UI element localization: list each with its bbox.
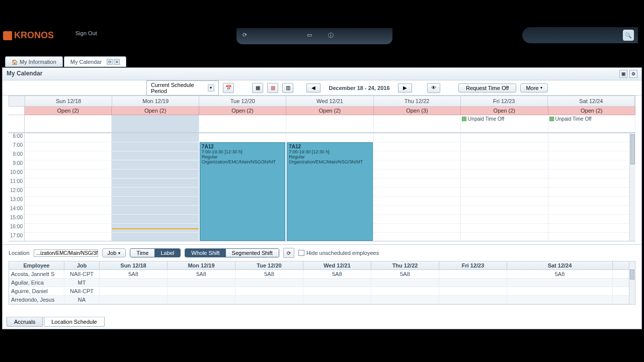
hide-unscheduled-label: Hide unscheduled employees xyxy=(306,250,379,256)
day-column[interactable] xyxy=(461,133,548,241)
job-filter-button[interactable]: Job ▾ xyxy=(102,248,126,257)
shift-org: Organization/EMC/Main/NSG/3N/MT xyxy=(289,159,370,164)
location-schedule-tab[interactable]: Location Schedule xyxy=(44,317,105,327)
employee-job: NAII-CPT xyxy=(64,270,100,278)
search-button[interactable]: 🔍 xyxy=(623,30,634,41)
nav-prev-button[interactable]: ◀ xyxy=(306,83,320,93)
schedule-cell xyxy=(168,279,235,287)
allday-cell[interactable]: →Unpaid Time Off xyxy=(548,115,635,133)
sign-out-link[interactable]: Sign Out xyxy=(75,30,97,36)
calendar-picker-button[interactable]: 📅 xyxy=(223,83,234,93)
open-shift-cell[interactable]: Open (3) xyxy=(374,107,461,115)
open-shift-cell[interactable]: Open (2) xyxy=(461,107,548,115)
location-dropdown[interactable]: ...ization/EMC/Main/NSG/3N ▾ xyxy=(34,249,98,257)
schedule-period-dropdown[interactable]: Current Schedule Period ▾ xyxy=(146,80,219,96)
table-row[interactable]: Acosta, Jannett SNAII-CPT5A85A85A85A85A8… xyxy=(9,270,635,279)
schedule-cell: 5A8 xyxy=(371,270,439,278)
refresh-schedule-button[interactable]: ⟳ xyxy=(283,248,294,258)
unpaid-time-off-event[interactable]: →Unpaid Time Off xyxy=(549,116,634,122)
allday-cell[interactable] xyxy=(112,115,199,133)
tab-my-information[interactable]: 🏠 My Information xyxy=(5,56,63,67)
column-header[interactable]: Sat 12/24 xyxy=(507,261,613,269)
open-shift-cell[interactable]: Open (2) xyxy=(548,107,635,115)
schedule-cell xyxy=(100,296,168,304)
day-column[interactable] xyxy=(374,133,461,241)
refresh-icon[interactable]: ⟳ xyxy=(243,32,252,41)
schedule-cell xyxy=(100,287,168,295)
employee-scrollbar[interactable] xyxy=(629,261,635,304)
visibility-toggle-button[interactable]: 👁 xyxy=(427,83,440,93)
time-label-toggle[interactable]: Time Label xyxy=(130,248,181,257)
allday-cell[interactable] xyxy=(286,115,373,133)
day-column[interactable]: 7A12 7:00-19:30 [12:30 h] Regular Organi… xyxy=(199,133,286,241)
column-header[interactable]: Job xyxy=(64,261,100,269)
more-menu-button[interactable]: More ▾ xyxy=(520,83,548,93)
shift-org: Organization/EMC/Main/NSG/3N/MT xyxy=(202,159,283,164)
scrollbar-thumb[interactable] xyxy=(630,269,634,280)
chevron-down-icon: ▾ xyxy=(208,84,214,92)
card-icon[interactable]: ▭ xyxy=(307,32,316,41)
tab-refresh-icon[interactable]: ⟳ xyxy=(107,59,113,65)
unpaid-time-off-event[interactable]: →Unpaid Time Off xyxy=(462,116,546,122)
maximize-icon[interactable]: ▣ xyxy=(619,70,627,78)
allday-cell[interactable] xyxy=(199,115,286,133)
allday-cell[interactable]: →Unpaid Time Off xyxy=(461,115,548,133)
table-row[interactable]: Aguirre, DanielNAII-CPT xyxy=(9,287,635,296)
shift-type: Regular xyxy=(202,154,283,159)
request-time-off-button[interactable]: Request Time Off xyxy=(458,83,516,93)
info-icon[interactable]: ⓘ xyxy=(328,32,337,41)
shift-block[interactable]: 7A12 7:00-19:30 [12:30 h] Regular Organi… xyxy=(200,142,285,241)
calendar-scrollbar[interactable] xyxy=(629,133,635,241)
schedule-cell xyxy=(439,287,507,295)
view-day-button[interactable]: ▦ xyxy=(252,83,263,93)
open-shift-cell[interactable]: Open (2) xyxy=(286,107,373,115)
tab-my-calendar[interactable]: My Calendar ⟳ ✕ xyxy=(64,56,126,67)
column-header[interactable]: Employee xyxy=(9,261,64,269)
time-toggle[interactable]: Time xyxy=(130,249,154,257)
whole-shift-toggle[interactable]: Whole Shift xyxy=(185,249,225,257)
schedule-cell: 5A8 xyxy=(168,270,235,278)
accruals-tab[interactable]: Accruals xyxy=(7,317,43,327)
open-shift-cell[interactable]: Open (2) xyxy=(199,107,286,115)
employee-job: MT xyxy=(64,279,100,287)
scrollbar-thumb[interactable] xyxy=(630,134,635,164)
shift-block[interactable]: 7A12 7:00-19:30 [12:30 h] Regular Organi… xyxy=(287,142,372,241)
day-column[interactable] xyxy=(112,133,199,241)
column-header[interactable]: Thu 12/22 xyxy=(371,261,439,269)
open-shift-cell[interactable]: Open (2) xyxy=(25,107,112,115)
tab-close-icon[interactable]: ✕ xyxy=(114,59,120,65)
shift-view-toggle[interactable]: Whole Shift Segmented Shift xyxy=(185,248,279,257)
shift-time: 7:00-19:30 [12:30 h] xyxy=(202,149,283,154)
table-row[interactable]: Aguilar, EricaMT xyxy=(9,279,635,287)
shift-code: 7A12 xyxy=(289,144,370,149)
day-column[interactable]: 7A12 7:00-19:30 [12:30 h] Regular Organi… xyxy=(286,133,373,241)
view-gantt-button[interactable]: ▩ xyxy=(267,83,278,93)
gear-icon[interactable]: ⚙ xyxy=(629,70,637,78)
segmented-shift-toggle[interactable]: Segmented Shift xyxy=(226,249,279,257)
hour-label: 13:00 xyxy=(9,197,24,206)
hide-unscheduled-checkbox[interactable]: Hide unscheduled employees xyxy=(298,250,379,256)
nav-next-button[interactable]: ▶ xyxy=(398,83,412,93)
brand-logo: KRONOS xyxy=(3,30,54,41)
day-header: Thu 12/22 xyxy=(374,96,461,106)
hour-label: 10:00 xyxy=(9,169,24,178)
open-shift-cell[interactable]: Open (2) xyxy=(112,107,199,115)
table-row[interactable]: Arredondo, JesusNA xyxy=(9,296,635,304)
column-header[interactable]: Wed 12/21 xyxy=(303,261,371,269)
view-week-button[interactable]: ▥ xyxy=(282,83,293,93)
shift-time: 7:00-19:30 [12:30 h] xyxy=(289,149,370,154)
label-toggle[interactable]: Label xyxy=(154,249,180,257)
column-header[interactable]: Fri 12/23 xyxy=(439,261,507,269)
checkbox-icon xyxy=(298,250,304,256)
hour-label: 12:00 xyxy=(9,188,24,197)
allday-cell[interactable] xyxy=(374,115,461,133)
column-header[interactable]: Sun 12/18 xyxy=(100,261,168,269)
allday-cell[interactable] xyxy=(25,115,112,133)
day-column[interactable] xyxy=(25,133,112,241)
column-header[interactable]: Tue 12/20 xyxy=(235,261,303,269)
logo-icon xyxy=(3,31,12,40)
column-header[interactable]: Mon 12/19 xyxy=(168,261,235,269)
schedule-cell xyxy=(507,287,613,295)
shift-code: 7A12 xyxy=(202,144,283,149)
day-column[interactable] xyxy=(548,133,635,241)
